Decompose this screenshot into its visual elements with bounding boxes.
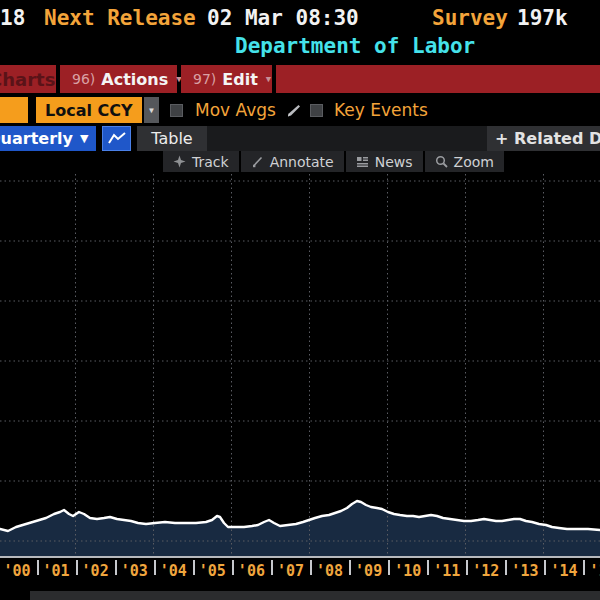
- tab-related-data[interactable]: + Related Data: [487, 126, 600, 151]
- x-axis-tick: [271, 560, 273, 575]
- news-button[interactable]: News: [346, 151, 423, 172]
- chart-toolbar: Track Annotate News: [163, 151, 504, 172]
- period-label: Quarterly: [0, 129, 73, 148]
- local-ccy-dropdown-arrow[interactable]: ▼: [144, 97, 159, 123]
- actions-menu-number: 96): [72, 71, 95, 87]
- currency-stub-button[interactable]: [0, 97, 28, 123]
- source-label: Department of Labor: [235, 34, 475, 58]
- chart-view-button[interactable]: [102, 126, 131, 151]
- x-axis-tick: [232, 560, 234, 575]
- x-axis-year-label: '00: [2, 562, 32, 580]
- next-release-time: 02 Mar 08:30: [207, 6, 359, 30]
- x-axis-tick: [466, 560, 468, 575]
- actions-menu-label: Actions: [101, 70, 168, 89]
- x-axis-tick: [37, 560, 39, 575]
- line-chart-icon: [106, 130, 128, 147]
- x-axis-year-label: '05: [197, 562, 227, 580]
- prior-value-fragment: 18: [0, 6, 25, 30]
- track-label: Track: [192, 154, 229, 170]
- chevron-down-icon: ▼: [266, 74, 271, 84]
- zoom-button[interactable]: Zoom: [425, 151, 504, 172]
- bottom-panel-edge: [30, 591, 600, 600]
- x-axis-tick: [505, 560, 507, 575]
- annotate-button[interactable]: Annotate: [241, 151, 344, 172]
- x-axis-year-label: '10: [393, 562, 423, 580]
- tab-table-label: Table: [151, 129, 192, 148]
- edit-menu-label: Edit: [222, 70, 258, 89]
- x-axis-tick: [388, 560, 390, 575]
- chevron-down-icon: ▼: [149, 106, 154, 115]
- x-axis-year-label: '13: [510, 562, 540, 580]
- key-events-checkbox[interactable]: [310, 104, 323, 117]
- x-axis-tick: [193, 560, 195, 575]
- x-axis-tick: [544, 560, 546, 575]
- x-axis-year-label: '06: [236, 562, 266, 580]
- mov-avgs-label: Mov Avgs: [195, 100, 276, 120]
- x-axis-year-label: '11: [432, 562, 462, 580]
- x-axis-year-label: '12: [471, 562, 501, 580]
- x-axis-year-label: '09: [354, 562, 384, 580]
- menu-bar: Charts 96) Actions ▼ 97) Edit ▼: [0, 65, 600, 93]
- tab-related-data-label: + Related Data: [495, 129, 600, 148]
- edit-menu-number: 97): [193, 71, 216, 87]
- chevron-down-icon: ▼: [80, 132, 88, 145]
- next-release-label: Next Release: [44, 6, 196, 30]
- x-axis-tick: [427, 560, 429, 575]
- x-axis-year-label: '03: [119, 562, 149, 580]
- mov-avgs-checkbox[interactable]: [170, 104, 183, 117]
- x-axis-tick: [76, 560, 78, 575]
- area-fill: [0, 501, 600, 556]
- x-axis-year-label: '08: [315, 562, 345, 580]
- x-axis-year-label: '14: [549, 562, 579, 580]
- x-axis-year-label: '04: [158, 562, 188, 580]
- x-axis-year-label: '15: [588, 562, 600, 580]
- x-axis-year-label: '07: [275, 562, 305, 580]
- tab-strip: Table + Related Data: [137, 126, 600, 151]
- local-ccy-label: Local CCY: [45, 101, 133, 120]
- x-axis-year-label: '01: [41, 562, 71, 580]
- news-list-icon: [356, 155, 369, 168]
- tab-table[interactable]: Table: [137, 126, 207, 151]
- magnifier-icon: [435, 155, 448, 168]
- x-axis-tick: [115, 560, 117, 575]
- x-axis-tick: [154, 560, 156, 575]
- zoom-label: Zoom: [454, 154, 494, 170]
- bloomberg-terminal-screen: 18 Next Release 02 Mar 08:30 Survey 197k…: [0, 0, 600, 600]
- x-axis-year-label: '02: [80, 562, 110, 580]
- x-axis-tick: [583, 560, 585, 575]
- local-ccy-button[interactable]: Local CCY: [36, 97, 142, 123]
- charts-title: Charts: [0, 69, 55, 90]
- period-dropdown[interactable]: Quarterly ▼: [0, 126, 96, 151]
- x-axis-labels: '00'01'02'03'04'05'06'07'08'09'10'11'12'…: [0, 558, 600, 590]
- x-axis-tick: [310, 560, 312, 575]
- charts-title-segment: Charts: [0, 65, 56, 93]
- annotate-pencil-icon: [251, 155, 264, 168]
- annotate-label: Annotate: [270, 154, 334, 170]
- area-chart-plot[interactable]: [0, 172, 600, 556]
- news-label: News: [375, 154, 413, 170]
- pencil-icon[interactable]: [284, 102, 302, 120]
- key-events-label: Key Events: [334, 100, 428, 120]
- x-axis-tick: [349, 560, 351, 575]
- track-crosshair-icon: [173, 155, 186, 168]
- menu-bar-filler: [276, 65, 600, 93]
- actions-menu-button[interactable]: 96) Actions ▼: [60, 65, 177, 93]
- track-button[interactable]: Track: [163, 151, 239, 172]
- survey-label: Survey: [432, 6, 508, 30]
- survey-value: 197k: [517, 6, 568, 30]
- edit-menu-button[interactable]: 97) Edit ▼: [181, 65, 272, 93]
